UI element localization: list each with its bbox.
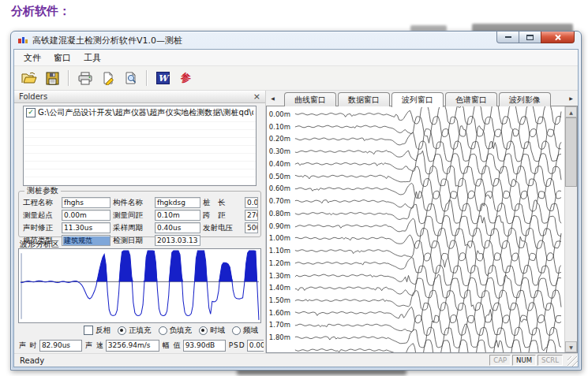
tab-scroll-left-icon[interactable]: ◀: [268, 93, 277, 103]
folders-panel-title: Folders: [19, 92, 47, 101]
waveform-options-row: 反相正填充负填充时域频域: [14, 325, 265, 336]
wave-trace: [295, 200, 561, 224]
word-icon: W: [156, 72, 170, 84]
sound-speed-value[interactable]: 3256.94m/s: [106, 340, 159, 352]
menu-item-window[interactable]: 窗口: [47, 50, 77, 65]
depth-label: 0.10m: [269, 123, 290, 131]
depth-label: 1.60m: [269, 309, 290, 317]
app-window: 高铁建混凝土检测分析软件V1.0—测桩 文件窗口工具: [10, 31, 582, 370]
scroll-up-icon[interactable]: ▲: [565, 106, 577, 117]
wave-trace: [295, 340, 561, 352]
print-button[interactable]: [74, 69, 96, 87]
tree-item[interactable]: ✓ G:\公司产品设计开发\超声仪器\超声仪实地检测数据\测桩qd\qd03\q…: [24, 106, 256, 119]
window-client: 文件窗口工具: [13, 49, 579, 367]
param-value[interactable]: 0.00m: [62, 210, 110, 221]
depth-label: 1.10m: [269, 247, 290, 255]
radio-icon: [232, 326, 241, 335]
status-text: Ready: [20, 356, 44, 365]
radio-fill-positive[interactable]: 正填充: [118, 326, 152, 336]
radio-fill-negative[interactable]: 负填充: [159, 326, 193, 336]
save-button[interactable]: [42, 69, 63, 87]
toolbar-separator: [68, 70, 69, 86]
params-group-title: 测桩参数: [24, 185, 61, 196]
tab-scroll-right-icon[interactable]: ▶: [567, 93, 575, 103]
page-heading: 分析软件：: [11, 4, 70, 19]
radio-time-domain[interactable]: 时域: [199, 326, 225, 336]
tree-item-label: G:\公司产品设计开发\超声仪器\超声仪实地检测数据\测桩qd\qd03\qd0…: [38, 107, 253, 118]
print-preview-button[interactable]: [120, 69, 141, 87]
radio-freq-domain[interactable]: 频域: [232, 326, 258, 336]
waveform-analysis-box[interactable]: [18, 248, 261, 323]
caption-buttons: [496, 32, 575, 43]
menu-bar: 文件窗口工具: [14, 50, 578, 66]
param-value[interactable]: 270mm: [245, 210, 258, 221]
params-icon: 参: [181, 71, 191, 85]
param-value[interactable]: fhghs: [62, 197, 110, 208]
main-area: Folders × ✓ G:\公司产品设计开发\超声仪器\超声仪实地检测数据\测…: [14, 91, 578, 353]
depth-label: 1.30m: [269, 272, 290, 280]
analysis-waveform: [19, 249, 260, 322]
param-value[interactable]: 500V: [245, 222, 258, 233]
resize-grip[interactable]: [567, 356, 578, 367]
toolbar-separator: [146, 70, 148, 86]
scroll-down-icon[interactable]: ▼: [565, 341, 577, 352]
window-titlebar[interactable]: 高铁建混凝土检测分析软件V1.0—测桩: [11, 32, 581, 49]
amplitude-value[interactable]: 93.90dB: [183, 340, 226, 352]
psd-value[interactable]: 0.00us^2/m: [247, 340, 264, 352]
param-value[interactable]: 11.30us: [62, 222, 110, 233]
depth-label: 0.30m: [269, 147, 290, 155]
toolbar: W 参: [14, 66, 578, 91]
save-icon: [46, 72, 59, 85]
param-value[interactable]: fhgkdsg: [155, 197, 200, 208]
wave-train-area[interactable]: 0.00m0.10m0.20m0.30m0.40m0.50m0.60m0.70m…: [266, 106, 578, 353]
sound-time-value[interactable]: 82.90us: [39, 340, 82, 352]
vertical-scrollbar[interactable]: ▲ ▼: [564, 106, 577, 352]
app-icon: [17, 35, 28, 45]
export-word-button[interactable]: W: [152, 69, 174, 87]
wave-trace: [295, 303, 561, 323]
param-label: 跨 距: [203, 210, 242, 221]
page-edit-icon: [101, 72, 115, 85]
param-value[interactable]: 0.40us: [155, 222, 200, 233]
maximize-button[interactable]: [519, 32, 541, 43]
params-group: 测桩参数 工程名称fhghs构件名称fhgkdsg桩 长0.00m测量起点0.0…: [18, 185, 261, 237]
depth-label: 1.00m: [269, 234, 290, 242]
status-indicators: CAPNUMSCRL: [489, 355, 563, 366]
page-edit-button[interactable]: [97, 69, 118, 87]
status-indicator-cap: CAP: [489, 355, 511, 366]
folders-close-icon[interactable]: ×: [253, 92, 260, 101]
params-button[interactable]: 参: [175, 69, 197, 87]
scrollbar-thumb[interactable]: [565, 117, 577, 187]
depth-label: 0.80m: [269, 210, 290, 218]
close-button[interactable]: [541, 32, 575, 43]
wave-trace: [295, 310, 561, 336]
minimize-icon: [505, 36, 511, 38]
checkbox-icon: [84, 326, 93, 335]
menu-item-file[interactable]: 文件: [17, 50, 47, 65]
radio-label: 负填充: [170, 326, 193, 336]
param-value[interactable]: 0.00m: [245, 197, 258, 208]
menu-item-tools[interactable]: 工具: [77, 50, 107, 65]
tab-data-window[interactable]: 数据窗口: [338, 92, 390, 106]
param-value[interactable]: 0.10m: [155, 210, 200, 221]
maximize-icon: [526, 35, 534, 40]
folder-tree[interactable]: ✓ G:\公司产品设计开发\超声仪器\超声仪实地检测数据\测桩qd\qd03\q…: [23, 106, 257, 186]
open-button[interactable]: [19, 69, 40, 87]
tab-wavetrain-window[interactable]: 波列窗口: [391, 92, 444, 107]
depth-label: 0.40m: [269, 160, 290, 168]
depth-label: 0.50m: [269, 173, 290, 181]
checkbox-checked-icon[interactable]: ✓: [26, 108, 36, 117]
tab-spectrum-window[interactable]: 色谱窗口: [445, 92, 497, 106]
param-value[interactable]: 2013.03.13: [155, 235, 200, 246]
radio-label: 频域: [243, 326, 258, 336]
depth-label: 0.00m: [269, 110, 290, 118]
param-value[interactable]: 建筑规范: [62, 235, 110, 246]
minimize-button[interactable]: [496, 32, 519, 43]
invert-checkbox[interactable]: 反相: [84, 326, 110, 336]
tab-wavetrain-image[interactable]: 波列影像: [499, 92, 551, 106]
folders-panel: Folders × ✓ G:\公司产品设计开发\超声仪器\超声仪实地检测数据\测…: [14, 91, 266, 353]
folders-panel-header: Folders ×: [14, 91, 265, 103]
radio-label: 正填充: [129, 326, 152, 336]
param-label: 测量间距: [113, 210, 152, 221]
tab-curve-window[interactable]: 曲线窗口: [284, 92, 336, 106]
